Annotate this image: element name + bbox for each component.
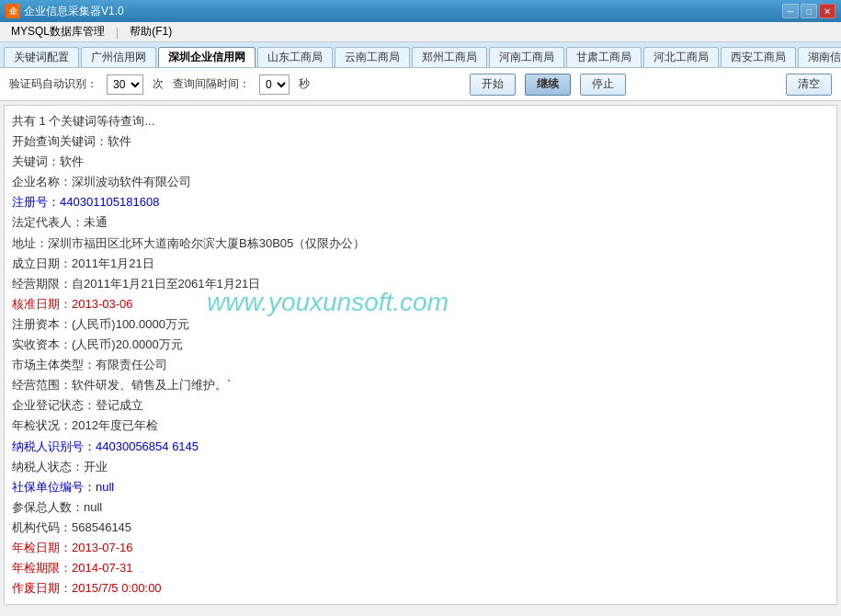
tab-shenzhen[interactable]: 深圳企业信用网 xyxy=(158,47,256,67)
content-line: 经营范围：软件研发、销售及上门维护。` xyxy=(12,375,829,395)
clear-button[interactable]: 清空 xyxy=(786,74,832,96)
content-line: 法定代表人：未通 xyxy=(12,212,829,233)
content-line: 年检状况：2012年度已年检 xyxy=(12,416,829,436)
content-line: 注册号：440301105181608 xyxy=(12,192,829,212)
interval-unit: 秒 xyxy=(299,76,310,92)
app-title: 企业信息采集器V1.0 xyxy=(24,4,782,19)
captcha-unit: 次 xyxy=(153,76,164,92)
content-line: 地址：深圳市福田区北环大道南哈尔滨大厦B栋30B05（仅限办公） xyxy=(12,234,829,254)
content-line: 成立日期：2011年1月21日 xyxy=(12,254,829,274)
content-line: 企业登记状态：登记成立 xyxy=(12,395,829,416)
main-content: www.youxunsoft.com 共有 1 个关键词等待查询...开始查询关… xyxy=(4,105,837,605)
content-line: 关键词：软件 xyxy=(12,152,829,172)
content-line: 经营期限：自2011年1月21日至2061年1月21日 xyxy=(12,274,829,294)
content-line: 共有 1 个关键词等待查询... xyxy=(12,111,829,131)
title-bar: 企 企业信息采集器V1.0 ─ □ ✕ xyxy=(0,0,841,22)
controls-row: 验证码自动识别： 30204050 次 查询间隔时间： 01235 秒 开始 继… xyxy=(0,68,841,101)
menu-bar: MYSQL数据库管理 | 帮助(F1) xyxy=(0,22,841,42)
tab-zhengzhou[interactable]: 郑州工商局 xyxy=(412,47,487,67)
close-button[interactable]: ✕ xyxy=(819,4,835,18)
maximize-button[interactable]: □ xyxy=(801,4,817,18)
continue-button[interactable]: 继续 xyxy=(525,74,571,96)
captcha-select[interactable]: 30204050 xyxy=(107,74,143,95)
tab-hebei[interactable]: 河北工商局 xyxy=(643,47,719,67)
content-line: 注册资本：(人民币)100.0000万元 xyxy=(12,314,829,335)
tab-guangzhou[interactable]: 广州信用网 xyxy=(81,47,156,67)
menu-mysql[interactable]: MYSQL数据库管理 xyxy=(4,22,112,41)
content-line: 企业名称：深圳波动软件有限公司 xyxy=(12,172,829,192)
menu-help[interactable]: 帮助(F1) xyxy=(122,22,179,41)
content-line: 核准日期：2013-03-06 xyxy=(12,294,829,314)
tab-henan[interactable]: 河南工商局 xyxy=(489,47,564,67)
tab-shandong[interactable]: 山东工商局 xyxy=(257,47,333,67)
tab-yunnan[interactable]: 云南工商局 xyxy=(335,47,410,67)
tab-keyword-config[interactable]: 关键词配置 xyxy=(4,47,79,67)
start-button[interactable]: 开始 xyxy=(470,74,516,96)
content-line: 市场主体类型：有限责任公司 xyxy=(12,355,829,375)
content-line: 社保单位编号：null xyxy=(12,477,829,497)
app-icon: 企 xyxy=(6,4,20,18)
interval-label: 查询间隔时间： xyxy=(173,76,250,92)
content-line: 年检日期：2013-07-16 xyxy=(12,538,829,558)
content-lines: 共有 1 个关键词等待查询...开始查询关键词：软件关键词：软件企业名称：深圳波… xyxy=(12,111,829,605)
content-line: 实收资本：(人民币)20.0000万元 xyxy=(12,335,829,355)
tab-bar: 关键词配置广州信用网深圳企业信用网山东工商局云南工商局郑州工商局河南工商局甘肃工… xyxy=(0,42,841,68)
captcha-label: 验证码自动识别： xyxy=(9,76,97,92)
content-line: 作废日期：2015/7/5 0:00:00 xyxy=(12,578,829,599)
content-line: 机构代码：568546145 xyxy=(12,518,829,538)
minimize-button[interactable]: ─ xyxy=(782,4,799,18)
content-line: 开始查询关键词：软件 xyxy=(12,131,829,152)
interval-select[interactable]: 01235 xyxy=(259,74,290,95)
content-line: ****************************************… xyxy=(12,599,829,605)
content-line: 参保总人数：null xyxy=(12,497,829,518)
content-line: 年检期限：2014-07-31 xyxy=(12,558,829,578)
tab-xian[interactable]: 西安工商局 xyxy=(721,47,796,67)
stop-button[interactable]: 停止 xyxy=(580,74,626,96)
content-line: 纳税人识别号：44030056854 6145 xyxy=(12,437,829,457)
window-controls: ─ □ ✕ xyxy=(782,4,835,18)
tab-hunan[interactable]: 湖南信用网 xyxy=(798,47,841,67)
content-line: 纳税人状态：开业 xyxy=(12,457,829,477)
menu-separator: | xyxy=(116,26,119,39)
tab-gansu[interactable]: 甘肃工商局 xyxy=(566,47,642,67)
